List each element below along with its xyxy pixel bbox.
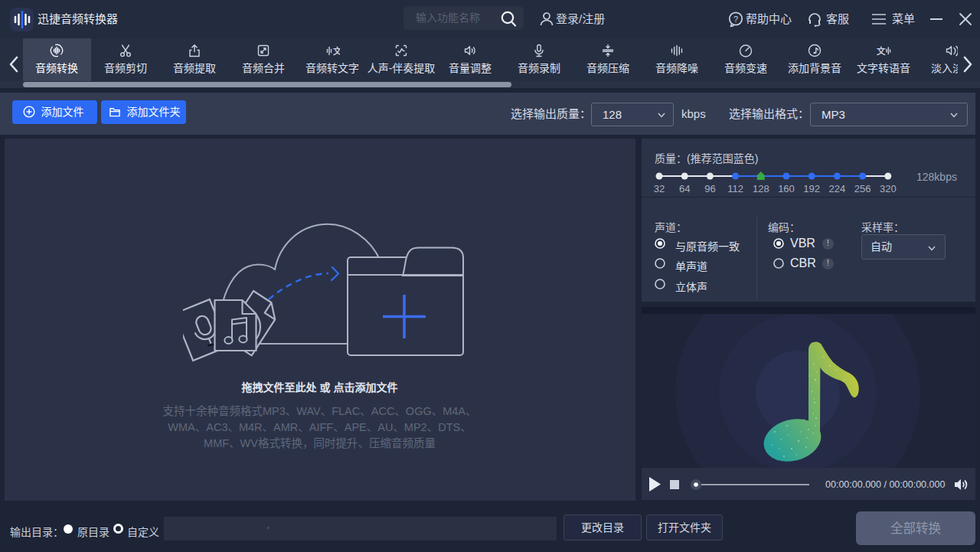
svg-text:文: 文 [877, 46, 886, 56]
svg-text:128: 128 [753, 183, 769, 194]
svg-text:文: 文 [333, 46, 340, 56]
svg-text:112: 112 [727, 183, 743, 194]
svg-text:160: 160 [778, 183, 795, 194]
svg-text:32: 32 [654, 183, 665, 194]
svg-text:256: 256 [854, 183, 871, 194]
svg-text:320: 320 [880, 183, 897, 194]
svg-text:64: 64 [679, 183, 690, 194]
svg-text:96: 96 [704, 183, 715, 194]
svg-text:?: ? [733, 15, 738, 24]
svg-text:224: 224 [829, 183, 846, 194]
svg-text:192: 192 [803, 183, 820, 194]
